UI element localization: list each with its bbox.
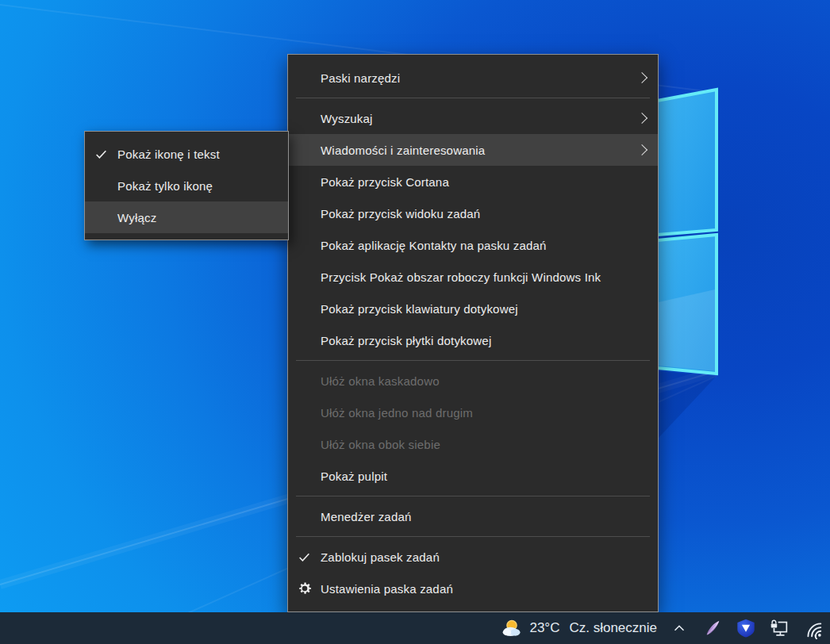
submenu-item-label: Pokaż ikonę i tekst (117, 148, 279, 161)
menu-item-ustawienia-paska-zadan[interactable]: Ustawienia paska zadań (288, 573, 658, 604)
tray-overflow-chevron-up-icon[interactable] (668, 617, 690, 639)
checkmark-icon (85, 148, 117, 161)
menu-separator (296, 98, 650, 98)
menu-item-menedzer-zadan[interactable]: Menedżer zadań (288, 500, 658, 532)
menu-item-uloz-okna-obok-siebie: Ułóż okna obok siebie (288, 428, 658, 460)
menu-item-zablokuj-pasek-zadan[interactable]: Zablokuj pasek zadań (288, 541, 658, 573)
menu-separator (296, 536, 650, 537)
menu-item-pokaz-przycisk-klawiatury-dotykowej[interactable]: Pokaż przycisk klawiatury dotykowej (288, 293, 658, 324)
submenu-item-pokaz-tylko-ikone[interactable]: Pokaż tylko ikonę (85, 170, 288, 201)
menu-item-pokaz-aplikacje-kontakty[interactable]: Pokaż aplikację Kontakty na pasku zadań (288, 229, 658, 261)
submenu-item-label: Pokaż tylko ikonę (117, 179, 279, 193)
menu-item-wiadomosci-i-zainteresowania[interactable]: Wiadomości i zainteresowania (288, 134, 658, 166)
menu-item-przycisk-obszar-roboczy-windows-ink[interactable]: Przycisk Pokaż obszar roboczy funkcji Wi… (288, 261, 658, 293)
wifi-signal-icon[interactable] (801, 617, 824, 639)
checkmark-icon (288, 550, 321, 564)
menu-separator (296, 496, 650, 496)
submenu-item-wylacz[interactable]: Wyłącz (85, 201, 288, 233)
submenu-arrow-icon (636, 144, 647, 155)
menu-item-pokaz-pulpit[interactable]: Pokaż pulpit (288, 460, 658, 492)
weather-temperature: 23°C (529, 620, 559, 636)
network-monitor-lock-icon[interactable] (768, 617, 790, 639)
submenu-item-pokaz-ikone-i-tekst[interactable]: Pokaż ikonę i tekst (85, 138, 288, 170)
security-shield-icon[interactable] (735, 617, 757, 639)
toolbar-options-submenu: Pokaż ikonę i tekst Pokaż tylko ikonę Wy… (84, 131, 289, 240)
menu-item-uloz-okna-kaskadowo: Ułóż okna kaskadowo (288, 365, 658, 397)
submenu-item-label: Wyłącz (117, 211, 279, 224)
submenu-arrow-icon (636, 113, 647, 124)
menu-item-pokaz-przycisk-widoku-zadan[interactable]: Pokaż przycisk widoku zadań (288, 197, 658, 229)
partly-sunny-weather-icon (501, 617, 523, 639)
feather-app-icon[interactable] (701, 617, 724, 639)
taskbar: 23°C Cz. słonecznie (0, 612, 830, 644)
taskbar-context-menu: Paski narzędzi Wyszukaj Wiadomości i zai… (287, 54, 659, 612)
menu-item-pokaz-przycisk-cortana[interactable]: Pokaż przycisk Cortana (288, 166, 658, 197)
system-tray: 23°C Cz. słonecznie (501, 617, 830, 639)
menu-item-uloz-okna-jedno-nad-drugim: Ułóż okna jedno nad drugim (288, 397, 658, 428)
menu-item-pokaz-przycisk-plytki-dotykowej[interactable]: Pokaż przycisk płytki dotykowej (288, 324, 658, 356)
submenu-arrow-icon (636, 72, 647, 83)
gear-icon (288, 581, 321, 596)
menu-item-paski-narzedzi[interactable]: Paski narzędzi (288, 62, 658, 94)
menu-item-wyszukaj[interactable]: Wyszukaj (288, 102, 658, 134)
weather-condition: Cz. słonecznie (569, 620, 657, 636)
menu-separator (296, 360, 650, 361)
weather-widget[interactable]: 23°C Cz. słonecznie (501, 617, 657, 639)
